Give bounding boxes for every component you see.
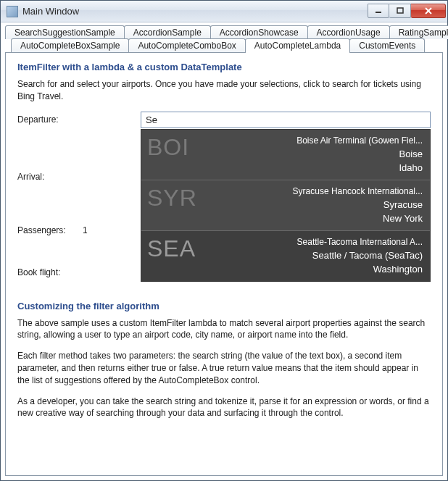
main-window: Main Window SearchSuggestionSample Accor… — [0, 0, 448, 481]
app-icon — [7, 6, 18, 17]
tab-custom-events[interactable]: CustomEvents — [349, 38, 425, 53]
airport-region: New York — [212, 212, 423, 226]
intro-text: Search for and select your airports. Onc… — [17, 78, 431, 103]
section-heading-2: Customizing the filter algorithm — [17, 301, 431, 311]
tab-content: ItemFilter with a lambda & a custom Data… — [5, 52, 443, 476]
suggestion-item[interactable]: SEA Seattle-Tacoma International A... Se… — [141, 231, 430, 281]
client-area: SearchSuggestionSample AccordionSample A… — [1, 22, 447, 480]
tab-accordion-showcase[interactable]: AccordionShowcase — [210, 25, 308, 39]
passengers-value: 1 — [83, 222, 88, 235]
close-button[interactable] — [411, 4, 446, 18]
departure-label: Departure: — [17, 112, 141, 125]
arrival-label: Arrival: — [17, 169, 141, 182]
suggestion-item[interactable]: SYR Syracuse Hancock International... Sy… — [141, 180, 430, 231]
tab-autocomplete-lambda[interactable]: AutoCompleteLambda — [245, 38, 350, 53]
para-3: As a developer, you can take the search … — [17, 396, 431, 420]
airport-city: Boise — [212, 147, 423, 162]
maximize-icon — [397, 7, 404, 14]
tab-autocomplete-box-sample[interactable]: AutoCompleteBoxSample — [11, 38, 129, 53]
airport-name: Syracuse Hancock International... — [212, 185, 423, 198]
window-buttons — [368, 4, 446, 18]
titlebar[interactable]: Main Window — [1, 1, 447, 22]
maximize-button[interactable] — [389, 4, 411, 18]
minimize-icon — [375, 7, 382, 14]
page-heading: ItemFilter with a lambda & a custom Data… — [17, 62, 431, 72]
book-flight-label: Book flight: — [17, 264, 141, 277]
para-1: The above sample uses a custom ItemFilte… — [17, 317, 431, 342]
close-icon — [424, 7, 433, 14]
autocomplete-dropdown: BOI Boise Air Terminal (Gowen Fiel... Bo… — [141, 129, 431, 282]
svg-rect-1 — [397, 8, 403, 13]
tab-accordion-sample[interactable]: AccordionSample — [124, 25, 211, 39]
tab-autocomplete-combobox[interactable]: AutoCompleteComboBox — [128, 38, 245, 53]
airport-city: Syracuse — [212, 198, 423, 212]
passengers-label: Passengers: — [17, 222, 141, 235]
tab-accordion-usage[interactable]: AccordionUsage — [307, 25, 390, 39]
airport-city: Seattle / Tacoma (SeaTac) — [212, 248, 423, 263]
airport-name: Seattle-Tacoma International A... — [212, 235, 423, 248]
tab-rating-sample[interactable]: RatingSample — [389, 25, 448, 39]
airport-name: Boise Air Terminal (Gowen Fiel... — [212, 134, 423, 147]
airport-code: SEA — [147, 235, 212, 277]
airport-code: BOI — [147, 134, 212, 175]
minimize-button[interactable] — [368, 4, 389, 18]
window-title: Main Window — [22, 6, 368, 17]
suggestion-item[interactable]: BOI Boise Air Terminal (Gowen Fiel... Bo… — [141, 130, 430, 180]
para-2: Each filter method takes two parameters:… — [17, 350, 431, 386]
airport-region: Idaho — [212, 161, 423, 175]
departure-input[interactable] — [141, 112, 431, 128]
tab-search-suggestion-sample[interactable]: SearchSuggestionSample — [5, 25, 125, 39]
airport-code: SYR — [147, 185, 212, 226]
airport-region: Washington — [212, 262, 423, 277]
tabstrip: SearchSuggestionSample AccordionSample A… — [5, 25, 443, 52]
